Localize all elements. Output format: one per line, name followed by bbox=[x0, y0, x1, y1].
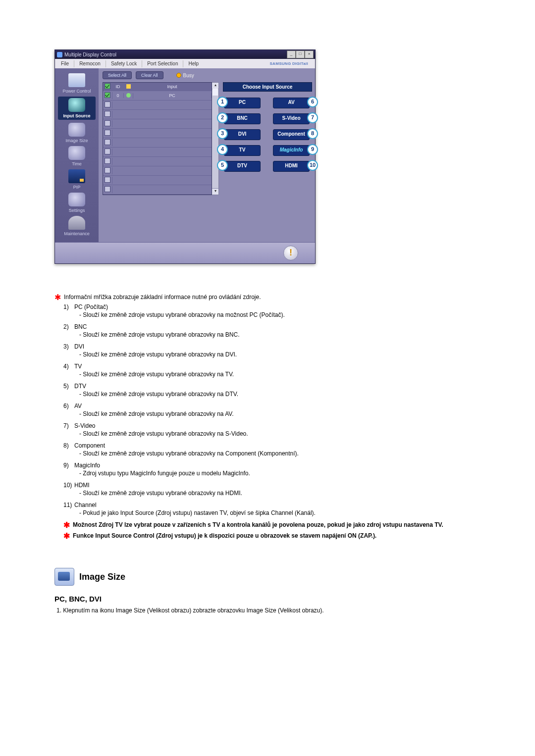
callout-number: 5 bbox=[217, 160, 228, 171]
status-bar: ! bbox=[55, 242, 315, 263]
input-source-button[interactable]: TV bbox=[224, 145, 261, 156]
row-checkbox[interactable] bbox=[105, 101, 110, 107]
list-number: 4) bbox=[63, 363, 74, 370]
list-number: 9) bbox=[63, 462, 74, 469]
menu-remocon[interactable]: Remocon bbox=[75, 60, 105, 67]
list-number: 8) bbox=[63, 442, 74, 449]
list-number: 1) bbox=[63, 303, 74, 310]
list-title: BNC bbox=[74, 323, 87, 330]
input-source-button[interactable]: BNC bbox=[224, 113, 261, 124]
window-minimize-button[interactable]: _ bbox=[287, 50, 296, 58]
input-source-button[interactable]: DVI bbox=[224, 129, 261, 140]
row-checkbox[interactable] bbox=[105, 130, 110, 136]
row-checkbox[interactable] bbox=[105, 186, 110, 192]
doc-list-item: 11)Channel- Pokud je jako Input Source (… bbox=[63, 502, 505, 516]
list-description: - Slouží ke změně zdroje vstupu vybrané … bbox=[79, 371, 505, 378]
doc-list-item: 3)DVI- Slouží ke změně zdroje vstupu vyb… bbox=[63, 343, 505, 358]
table-row[interactable] bbox=[103, 101, 212, 110]
list-description: - Zdroj vstupu typu MagicInfo funguje po… bbox=[79, 470, 505, 477]
table-row[interactable] bbox=[103, 148, 212, 157]
input-source-button-wrap: 10HDMI bbox=[273, 161, 311, 172]
row-checkbox[interactable] bbox=[105, 92, 110, 98]
power-icon bbox=[68, 73, 85, 87]
row-checkbox[interactable] bbox=[105, 139, 110, 145]
row-checkbox[interactable] bbox=[105, 120, 110, 126]
settings-icon bbox=[68, 193, 85, 206]
sidebar-item-label: Input Source bbox=[58, 113, 96, 118]
scroll-thumb[interactable] bbox=[213, 89, 218, 96]
doc-list-item: 10)HDMI- Slouží ke změně zdroje vstupu v… bbox=[63, 482, 505, 497]
sidebar-item-pip[interactable]: PIP bbox=[58, 169, 96, 190]
menu-help[interactable]: Help bbox=[184, 60, 203, 67]
sidebar-item-time[interactable]: Time bbox=[58, 146, 96, 166]
section-step: 1. Klepnutím na ikonu Image Size (Veliko… bbox=[56, 607, 505, 614]
clear-all-button[interactable]: Clear All bbox=[136, 71, 163, 79]
input-source-button[interactable]: HDMI bbox=[273, 161, 310, 172]
sidebar-item-label: PIP bbox=[58, 185, 96, 190]
sidebar-item-image-size[interactable]: Image Size bbox=[58, 123, 96, 143]
doc-list-item: 2)BNC- Slouží ke změně zdroje vstupu vyb… bbox=[63, 323, 505, 338]
window-close-button[interactable]: × bbox=[305, 50, 314, 58]
row-checkbox[interactable] bbox=[105, 158, 110, 164]
table-row[interactable] bbox=[103, 166, 212, 176]
table-row[interactable] bbox=[103, 138, 212, 148]
input-source-button[interactable]: Component bbox=[273, 129, 310, 140]
list-description: - Slouží ke změně zdroje vstupu vybrané … bbox=[79, 331, 505, 338]
scroll-down-button[interactable]: ▾ bbox=[212, 188, 218, 195]
input-source-button-wrap: 2BNC bbox=[224, 113, 262, 124]
row-checkbox[interactable] bbox=[105, 111, 110, 117]
input-source-button[interactable]: S-Video bbox=[273, 113, 310, 124]
list-description: - Slouží ke změně zdroje vstupu vybrané … bbox=[79, 490, 505, 497]
row-checkbox[interactable] bbox=[105, 149, 110, 154]
doc-list: 1)PC (Počítač)- Slouží ke změně zdroje v… bbox=[63, 303, 505, 516]
callout-number: 2 bbox=[217, 112, 228, 123]
window-title: Multiple Display Control bbox=[64, 52, 116, 57]
list-title: DVI bbox=[74, 343, 84, 350]
section-title: Image Size bbox=[79, 572, 125, 582]
callout-number: 6 bbox=[307, 97, 318, 107]
titlebar: Multiple Display Control _ □ × bbox=[55, 50, 315, 59]
star-icon: ✱ bbox=[63, 533, 70, 540]
list-description: - Slouží ke změně zdroje vstupu vybrané … bbox=[79, 450, 505, 457]
sidebar-item-input-source[interactable]: Input Source bbox=[58, 97, 96, 120]
table-row[interactable]: 0 PC bbox=[103, 91, 212, 101]
sidebar-item-power-control[interactable]: Power Control bbox=[58, 73, 96, 94]
table-row[interactable] bbox=[103, 185, 212, 195]
header-status-icon bbox=[126, 84, 131, 89]
doc-list-item: 5)DTV- Slouží ke změně zdroje vstupu vyb… bbox=[63, 383, 505, 398]
window-maximize-button[interactable]: □ bbox=[296, 50, 305, 58]
grid-header-row: ID Input bbox=[103, 83, 212, 91]
section-heading: Image Size bbox=[54, 568, 505, 586]
table-row[interactable] bbox=[103, 110, 212, 119]
row-checkbox[interactable] bbox=[105, 177, 110, 183]
input-source-button[interactable]: AV bbox=[273, 98, 310, 108]
sidebar-item-label: Maintenance bbox=[58, 231, 96, 236]
sidebar-item-settings[interactable]: Settings bbox=[58, 193, 96, 213]
menu-port-selection[interactable]: Port Selection bbox=[143, 60, 182, 67]
warning-icon: ! bbox=[283, 246, 298, 260]
callout-number: 3 bbox=[217, 128, 228, 139]
input-source-button[interactable]: DTV bbox=[224, 161, 261, 172]
sidebar-item-label: Time bbox=[58, 161, 96, 166]
image-size-section-icon bbox=[54, 568, 74, 586]
doc-list-item: 9)MagicInfo- Zdroj vstupu typu MagicInfo… bbox=[63, 462, 505, 477]
input-source-button[interactable]: MagicInfo bbox=[273, 145, 310, 156]
table-row[interactable] bbox=[103, 157, 212, 166]
list-title: TV bbox=[74, 363, 82, 370]
doc-note-2: Funkce Input Source Control (Zdroj vstup… bbox=[73, 532, 376, 539]
doc-list-item: 6)AV- Slouží ke změně zdroje vstupu vybr… bbox=[63, 403, 505, 417]
header-id: ID bbox=[112, 84, 124, 89]
row-checkbox[interactable] bbox=[105, 167, 110, 173]
list-number: 5) bbox=[63, 383, 74, 390]
select-all-button[interactable]: Select All bbox=[103, 71, 132, 79]
table-row[interactable] bbox=[103, 119, 212, 129]
menu-safety-lock[interactable]: Safety Lock bbox=[107, 60, 141, 67]
list-title: MagicInfo bbox=[74, 462, 100, 469]
sidebar-item-maintenance[interactable]: Maintenance bbox=[58, 216, 96, 236]
menu-file[interactable]: File bbox=[57, 60, 73, 67]
input-source-button[interactable]: PC bbox=[224, 98, 261, 108]
header-checkbox[interactable] bbox=[105, 83, 110, 89]
table-row[interactable] bbox=[103, 129, 212, 138]
table-row[interactable] bbox=[103, 176, 212, 185]
list-description: - Slouží ke změně zdroje vstupu vybrané … bbox=[79, 410, 505, 417]
